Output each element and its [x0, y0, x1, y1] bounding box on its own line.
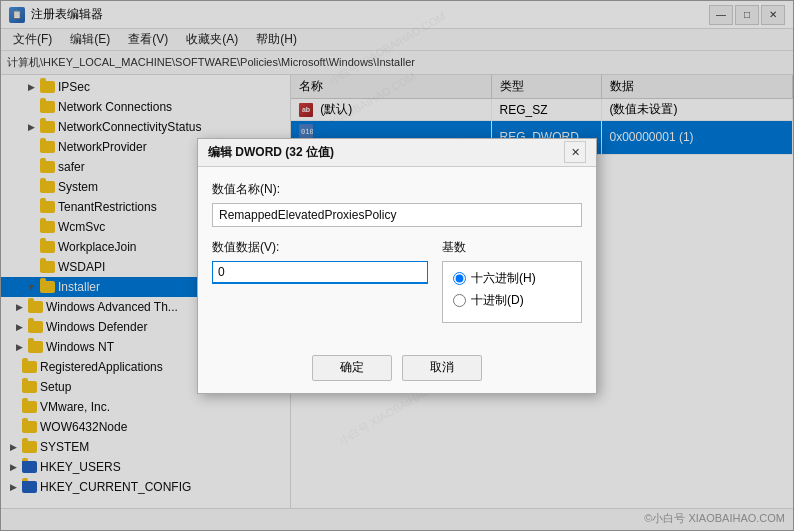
radio-decimal[interactable]: 十进制(D) [453, 292, 571, 309]
dialog-confirm-button[interactable]: 确定 [312, 355, 392, 381]
dialog-base-box: 十六进制(H) 十进制(D) [442, 261, 582, 323]
dialog-value-input[interactable] [212, 261, 428, 284]
dialog-close-button[interactable]: ✕ [564, 141, 586, 163]
dialog-input-row: 数值数据(V): 基数 十六进制(H) 十进制(D) [212, 239, 582, 323]
radio-hex[interactable]: 十六进制(H) [453, 270, 571, 287]
main-window: 📋 注册表编辑器 — □ ✕ 文件(F) 编辑(E) 查看(V) 收藏夹(A) … [0, 0, 794, 531]
dialog-body: 数值名称(N): RemappedElevatedProxiesPolicy 数… [198, 167, 596, 347]
dialog-name-label: 数值名称(N): [212, 181, 582, 198]
dialog-footer: 确定 取消 [198, 347, 596, 393]
dialog-cancel-button[interactable]: 取消 [402, 355, 482, 381]
dialog-value-section: 数值数据(V): [212, 239, 428, 284]
radio-decimal-input[interactable] [453, 294, 466, 307]
radio-hex-label: 十六进制(H) [471, 270, 536, 287]
dialog-value-label: 数值数据(V): [212, 239, 428, 256]
dialog-title-bar: 编辑 DWORD (32 位值) ✕ [198, 139, 596, 167]
radio-decimal-label: 十进制(D) [471, 292, 524, 309]
dialog-overlay: 编辑 DWORD (32 位值) ✕ 数值名称(N): RemappedElev… [1, 1, 793, 530]
radio-hex-input[interactable] [453, 272, 466, 285]
dialog-base-label: 基数 [442, 239, 582, 256]
dialog-title: 编辑 DWORD (32 位值) [208, 144, 334, 161]
dialog-base-section: 基数 十六进制(H) 十进制(D) [442, 239, 582, 323]
edit-dword-dialog: 编辑 DWORD (32 位值) ✕ 数值名称(N): RemappedElev… [197, 138, 597, 394]
dialog-name-display: RemappedElevatedProxiesPolicy [212, 203, 582, 227]
